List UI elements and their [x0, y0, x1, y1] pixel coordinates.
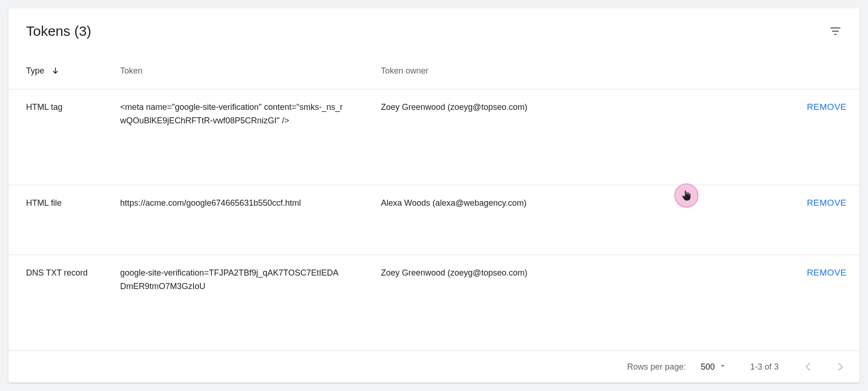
pagination-bar: Rows per page: 500 1-3 of 3	[8, 351, 860, 383]
remove-button[interactable]: REMOVE	[807, 198, 847, 208]
column-header-owner[interactable]: Token owner	[381, 50, 623, 89]
cell-type: HTML tag	[8, 89, 120, 185]
tokens-table: Type Token Token owner HTML tag <meta na…	[8, 50, 860, 351]
table-row: DNS TXT record google-site-verification=…	[8, 255, 860, 351]
cell-owner: Zoey Greenwood (zoeyg@topseo.com)	[381, 255, 623, 351]
filter-icon[interactable]	[829, 25, 842, 38]
card-header: Tokens (3)	[8, 8, 860, 50]
cell-token: google-site-verification=TFJPA2TBf9j_qAK…	[120, 266, 344, 293]
cell-token: https://acme.com/google674665631b550ccf.…	[120, 196, 344, 210]
pagination-range: 1-3 of 3	[750, 362, 779, 372]
table-row: HTML file https://acme.com/google6746656…	[8, 185, 860, 255]
rows-per-page-select[interactable]: 500	[701, 362, 727, 372]
cell-type: DNS TXT record	[8, 255, 120, 351]
cell-type: HTML file	[8, 185, 120, 255]
tokens-card: Tokens (3) Type Token Token owner	[8, 8, 860, 383]
previous-page-button[interactable]	[802, 360, 815, 373]
column-header-action	[623, 50, 860, 89]
rows-per-page-group: Rows per page: 500	[627, 362, 727, 372]
cell-owner: Alexa Woods (alexa@webagency.com)	[381, 185, 623, 255]
page-title: Tokens (3)	[26, 23, 91, 39]
column-header-type[interactable]: Type	[8, 50, 120, 89]
cell-owner: Zoey Greenwood (zoeyg@topseo.com)	[381, 89, 623, 185]
sort-descending-icon	[51, 66, 60, 75]
rows-per-page-label: Rows per page:	[627, 362, 686, 372]
next-page-button[interactable]	[834, 360, 847, 373]
column-header-type-label: Type	[26, 64, 44, 78]
remove-button[interactable]: REMOVE	[807, 268, 847, 278]
table-row: HTML tag <meta name="google-site-verific…	[8, 89, 860, 185]
column-header-token[interactable]: Token	[120, 50, 381, 89]
remove-button[interactable]: REMOVE	[807, 102, 847, 112]
chevron-down-icon	[719, 362, 727, 372]
rows-per-page-value: 500	[701, 362, 715, 372]
chevron-left-icon	[802, 360, 815, 373]
cell-token: <meta name="google-site-verification" co…	[120, 101, 344, 128]
chevron-right-icon	[834, 360, 847, 373]
